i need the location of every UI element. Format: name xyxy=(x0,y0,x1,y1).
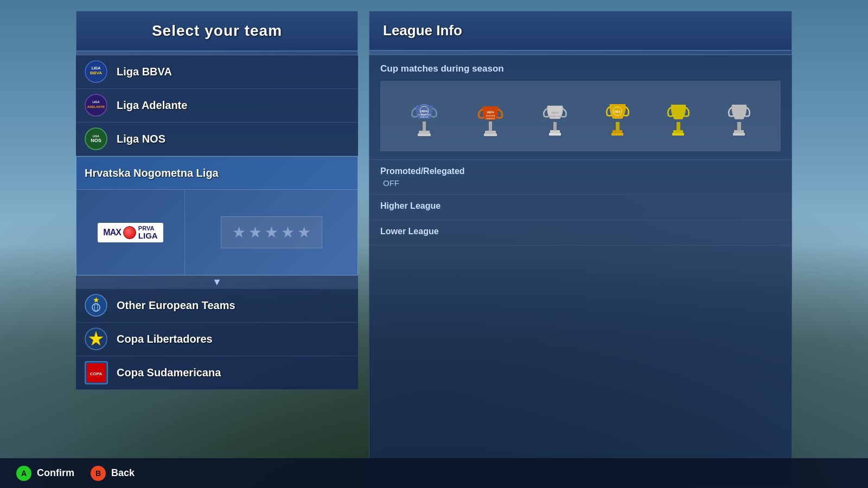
league-list: LIGA BBVA Liga BBVA LIGA ADELANTE Liga A… xyxy=(76,55,358,488)
league-item-other-european[interactable]: ★ Other European Teams xyxy=(76,289,358,323)
scroll-down-chevron: ▼ xyxy=(76,275,358,289)
back-label: Back xyxy=(111,467,135,479)
prva-liga-text-block: PRVA LIGA xyxy=(138,226,158,240)
left-header: Select your team xyxy=(76,11,358,51)
svg-text:BBVA: BBVA xyxy=(90,70,102,75)
max-text: MAX xyxy=(103,228,121,237)
league-item-copa-libertadores[interactable]: Copa Libertadores xyxy=(76,323,358,356)
lower-league-label: Lower League xyxy=(380,227,781,236)
promoted-relegated-value: OFF xyxy=(380,178,781,188)
logo-copa-libertadores xyxy=(84,327,108,351)
svg-text:NOS: NOS xyxy=(91,138,101,143)
main-container: Select your team LIGA BBVA Liga BBVA xyxy=(0,0,868,488)
league-name-hrvatska: Hrvatska Nogometna Liga xyxy=(85,167,219,179)
league-name-liga-bbva: Liga BBVA xyxy=(117,66,172,78)
max-prva-liga-logo: MAX PRVA LIGA xyxy=(98,223,163,242)
page-title: Select your team xyxy=(87,22,347,40)
svg-text:UEFA: UEFA xyxy=(487,111,495,114)
logo-liga-bbva: LIGA BBVA xyxy=(84,60,108,84)
svg-text:LIGA: LIGA xyxy=(92,100,99,104)
svg-text:LEAGUE: LEAGUE xyxy=(486,117,495,120)
star-3: ★ xyxy=(265,223,278,241)
svg-text:UEFA: UEFA xyxy=(420,110,428,113)
cup-icon-supercup: UEFA SUPER CUP xyxy=(540,96,570,137)
cup-icon-club-wc: FIFA xyxy=(604,96,631,137)
logo-other-european: ★ xyxy=(84,293,108,318)
confirm-label: Confirm xyxy=(37,467,74,479)
right-content: Cup matches during season xyxy=(369,55,792,488)
right-header: League Info xyxy=(369,11,792,50)
cup-section: Cup matches during season xyxy=(369,55,792,160)
back-control: B Back xyxy=(91,466,135,481)
svg-rect-32 xyxy=(553,122,557,131)
svg-rect-45 xyxy=(737,122,741,131)
right-panel: League Info Cup matches during season xyxy=(369,0,792,488)
prva-text: PRVA xyxy=(138,226,158,232)
svg-text:FIFA: FIFA xyxy=(614,110,620,113)
cup-icon-intl-2 xyxy=(726,96,753,137)
chevron-down-icon: ▼ xyxy=(210,275,224,289)
confirm-control: A Confirm xyxy=(16,466,74,481)
cup-icon-intl-1 xyxy=(665,96,692,137)
liga-text: LIGA xyxy=(138,232,158,240)
svg-text:SUPER CUP: SUPER CUP xyxy=(549,115,562,118)
league-item-copa-sudamericana[interactable]: COPA Copa Sudamericana xyxy=(76,356,358,390)
svg-rect-19 xyxy=(423,121,426,131)
left-panel: Select your team LIGA BBVA Liga BBVA xyxy=(76,0,358,488)
logo-copa-sudamericana: COPA xyxy=(84,361,108,385)
svg-rect-37 xyxy=(616,122,620,131)
league-name-liga-nos: Liga NOS xyxy=(117,133,165,145)
league-item-hrvatska[interactable]: Hrvatska Nogometna Liga MAX PRVA LIGA xyxy=(76,156,358,275)
star-1: ★ xyxy=(232,223,246,241)
star-5: ★ xyxy=(297,223,311,241)
svg-text:UEFA: UEFA xyxy=(552,111,559,114)
svg-rect-42 xyxy=(676,122,680,131)
league-name-copa-sudamericana: Copa Sudamericana xyxy=(117,367,221,379)
svg-text:★: ★ xyxy=(93,296,100,304)
hrvatska-expanded: MAX PRVA LIGA ★ ★ ★ xyxy=(76,189,358,275)
league-info-title: League Info xyxy=(383,22,778,39)
promoted-relegated-label: Promoted/Relegated xyxy=(380,166,781,176)
star-4: ★ xyxy=(281,223,295,241)
league-item-liga-nos[interactable]: LIGA NOS Liga NOS xyxy=(76,123,358,156)
right-scroll-indicator xyxy=(369,50,792,55)
svg-rect-26 xyxy=(489,121,492,131)
higher-league-row: Higher League xyxy=(369,195,792,220)
bottom-bar: A Confirm B Back xyxy=(0,458,868,488)
stars-box: ★ ★ ★ ★ ★ xyxy=(221,216,322,248)
hrvatska-header: Hrvatska Nogometna Liga xyxy=(76,157,358,189)
stars-area: ★ ★ ★ ★ ★ xyxy=(185,190,358,275)
cup-icon-europa: UEFA EUROPA LEAGUE xyxy=(474,94,507,138)
a-button: A xyxy=(16,466,31,481)
star-2: ★ xyxy=(248,223,262,241)
higher-league-label: Higher League xyxy=(380,201,781,211)
lower-league-row: Lower League xyxy=(369,220,792,246)
league-name-copa-libertadores: Copa Libertadores xyxy=(117,333,213,345)
league-item-liga-adelante[interactable]: LIGA ADELANTE Liga Adelante xyxy=(76,89,358,123)
cup-section-label: Cup matches during season xyxy=(380,63,781,74)
promoted-relegated-row: Promoted/Relegated OFF xyxy=(369,160,792,195)
svg-text:LEAGUE: LEAGUE xyxy=(420,115,429,118)
svg-text:COPA: COPA xyxy=(90,371,103,376)
svg-text:ADELANTE: ADELANTE xyxy=(87,105,105,108)
svg-text:LIGA: LIGA xyxy=(92,66,101,70)
league-item-liga-bbva[interactable]: LIGA BBVA Liga BBVA xyxy=(76,55,358,89)
logo-liga-adelante: LIGA ADELANTE xyxy=(84,93,108,118)
hrvatska-league-logo: MAX PRVA LIGA xyxy=(76,190,185,275)
cup-icons-row: UEFA CHAMPIONS LEAGUE xyxy=(380,81,781,151)
left-scroll-indicator xyxy=(76,51,358,55)
logo-liga-nos: LIGA NOS xyxy=(84,127,108,151)
league-name-other-european: Other European Teams xyxy=(117,299,235,312)
cup-icon-champions: UEFA CHAMPIONS LEAGUE xyxy=(408,94,441,138)
b-button: B xyxy=(91,466,106,481)
max-icon xyxy=(123,226,136,239)
league-name-liga-adelante: Liga Adelante xyxy=(117,99,187,112)
